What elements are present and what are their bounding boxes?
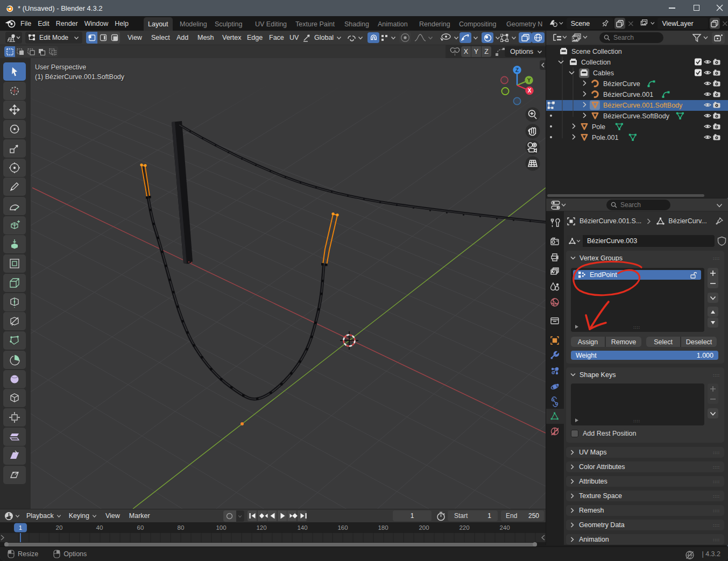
svg-text:BézierCurve.SoftBody: BézierCurve.SoftBody xyxy=(603,112,670,120)
svg-text:Y: Y xyxy=(527,77,531,83)
svg-text:BézierCurve.001: BézierCurve.001 xyxy=(603,91,653,98)
svg-text:100: 100 xyxy=(216,524,226,531)
svg-text:220: 220 xyxy=(459,524,469,531)
svg-text:(1) BézierCurve.001.SoftBody: (1) BézierCurve.001.SoftBody xyxy=(35,73,125,81)
svg-text:160: 160 xyxy=(337,524,348,531)
svg-text:Scene Collection: Scene Collection xyxy=(571,48,622,55)
svg-text:60: 60 xyxy=(137,524,144,531)
svg-text:180: 180 xyxy=(378,524,388,531)
svg-text:Collection: Collection xyxy=(581,59,611,66)
svg-text:20: 20 xyxy=(56,524,63,531)
svg-text:1: 1 xyxy=(19,524,22,531)
svg-text:240: 240 xyxy=(499,524,510,531)
svg-text:120: 120 xyxy=(256,524,266,531)
svg-text:BézierCurve: BézierCurve xyxy=(603,80,640,88)
svg-text:200: 200 xyxy=(419,524,429,531)
svg-text:X: X xyxy=(528,88,532,94)
svg-text:User Perspective: User Perspective xyxy=(35,63,86,71)
svg-text:80: 80 xyxy=(178,524,185,531)
svg-text:Pole: Pole xyxy=(592,123,605,131)
svg-text:Pole.001: Pole.001 xyxy=(592,134,618,141)
svg-text:140: 140 xyxy=(297,524,307,531)
svg-text:BézierCurve.001.SoftBody: BézierCurve.001.SoftBody xyxy=(603,102,683,109)
svg-text:40: 40 xyxy=(96,524,103,531)
svg-text:Cables: Cables xyxy=(593,69,614,77)
svg-text:Z: Z xyxy=(515,67,519,73)
